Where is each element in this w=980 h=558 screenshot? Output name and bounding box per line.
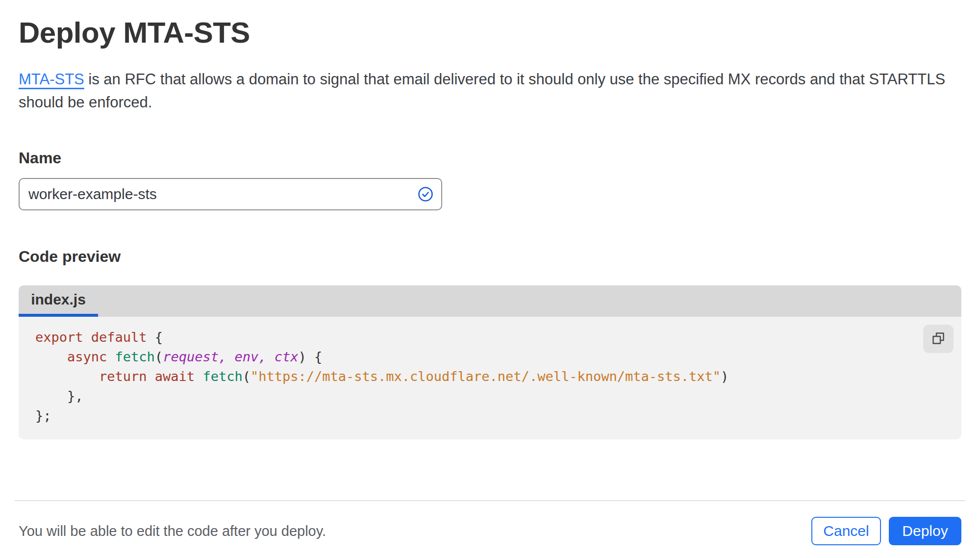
page-title: Deploy MTA-STS (19, 17, 961, 49)
code-area: export default { async fetch(request, en… (19, 317, 961, 439)
intro-text: is an RFC that allows a domain to signal… (19, 71, 945, 111)
mta-sts-link[interactable]: MTA-STS (19, 71, 84, 88)
name-input-wrapper (19, 178, 442, 210)
intro-paragraph: MTA-STS is an RFC that allows a domain t… (19, 68, 953, 114)
tab-index-js[interactable]: index.js (19, 285, 98, 317)
code-line: return await fetch("https://mta-sts.mx.c… (35, 367, 922, 386)
copy-code-button[interactable] (923, 325, 954, 353)
deploy-mta-sts-page: Deploy MTA-STS MTA-STS is an RFC that al… (0, 17, 980, 545)
footer-divider (15, 500, 965, 501)
code-preview-window: index.js export default { async fetch(re… (19, 285, 961, 439)
code-preview-label: Code preview (19, 248, 961, 266)
footer-actions: Cancel Deploy (811, 517, 961, 545)
code-line: }; (35, 406, 922, 426)
code-line: }, (35, 386, 922, 406)
code-lines: export default { async fetch(request, en… (35, 328, 922, 426)
check-circle-icon (418, 186, 433, 202)
code-tabbar: index.js (19, 285, 961, 317)
name-input[interactable] (19, 178, 442, 210)
copy-icon (931, 331, 946, 347)
footer-row: You will be able to edit the code after … (19, 517, 961, 545)
code-line: export default { (35, 328, 922, 347)
footer-note: You will be able to edit the code after … (19, 523, 326, 539)
code-line: async fetch(request, env, ctx) { (35, 347, 922, 367)
deploy-button[interactable]: Deploy (889, 517, 961, 545)
name-label: Name (19, 149, 961, 167)
cancel-button[interactable]: Cancel (811, 517, 881, 545)
